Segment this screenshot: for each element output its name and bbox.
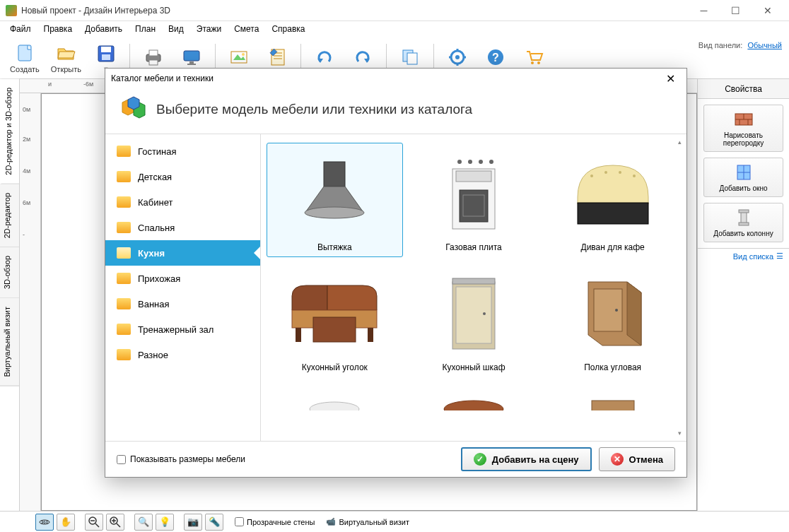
item-partial-1[interactable] bbox=[267, 383, 403, 411]
toolbar-open[interactable]: Открыть bbox=[47, 38, 86, 78]
item-thumbnail bbox=[281, 388, 387, 411]
item-kitchen-corner[interactable]: Кухонный уголок bbox=[267, 263, 403, 377]
view-panel-mode: Вид панели: Обычный bbox=[699, 41, 782, 49]
category-living-room[interactable]: Гостиная bbox=[105, 138, 260, 164]
toolbar-open-label: Открыть bbox=[51, 65, 81, 73]
item-cafe-sofa[interactable]: Диван для кафе bbox=[544, 143, 681, 257]
properties-tab[interactable]: Свойства bbox=[698, 79, 789, 99]
category-bathroom[interactable]: Ванная bbox=[105, 291, 260, 317]
transparent-walls-check[interactable]: Прозрачные стены bbox=[235, 517, 315, 526]
item-partial-2[interactable] bbox=[406, 383, 542, 411]
svg-rect-66 bbox=[313, 317, 356, 342]
camera-button[interactable]: 📷 bbox=[184, 514, 202, 531]
item-thumbnail bbox=[421, 268, 527, 360]
tab-virtual[interactable]: Виртуальный визит bbox=[0, 298, 19, 386]
item-hood[interactable]: Вытяжка bbox=[267, 143, 403, 257]
svg-point-70 bbox=[483, 312, 486, 315]
cancel-button[interactable]: ✕ Отмена bbox=[599, 447, 675, 471]
svg-rect-3 bbox=[102, 54, 110, 60]
svg-rect-7 bbox=[184, 51, 199, 61]
light-button[interactable]: 💡 bbox=[156, 514, 174, 531]
show-dimensions-check[interactable]: Показывать размеры мебели bbox=[117, 454, 245, 464]
item-partial-3[interactable] bbox=[544, 383, 681, 411]
dialog-close-button[interactable]: ✕ bbox=[660, 72, 681, 85]
svg-point-19 bbox=[455, 55, 460, 59]
folder-icon bbox=[117, 349, 131, 360]
zoom-reset-button[interactable]: 🔍 bbox=[134, 514, 153, 531]
svg-rect-38 bbox=[739, 223, 749, 225]
minimize-button[interactable]: ─ bbox=[688, 1, 720, 20]
svg-point-56 bbox=[479, 160, 483, 164]
tool-add-window[interactable]: Добавить окно bbox=[703, 158, 783, 197]
menu-floors[interactable]: Этажи bbox=[191, 23, 227, 35]
category-kitchen[interactable]: Кухня bbox=[105, 240, 260, 266]
pan-button[interactable]: ✋ bbox=[57, 514, 75, 531]
tab-2d3d[interactable]: 2D-редактор и 3D-обзор bbox=[0, 79, 19, 184]
zoom-in-button[interactable] bbox=[106, 514, 124, 531]
app-icon bbox=[6, 5, 17, 16]
svg-rect-75 bbox=[592, 401, 634, 411]
bottom-toolbar: 360 ✋ 🔍 💡 📷 🔦 Прозрачные стены 📹 Виртуал… bbox=[0, 511, 789, 532]
zoom-out-button[interactable] bbox=[85, 514, 103, 531]
tool-draw-partition[interactable]: Нарисовать перегородку bbox=[703, 105, 783, 152]
svg-line-42 bbox=[95, 524, 99, 527]
tab-2d[interactable]: 2D-редактор bbox=[0, 184, 19, 247]
menu-add[interactable]: Добавить bbox=[79, 23, 128, 35]
catalog-dialog: Каталог мебели и техники ✕ Выберите моде… bbox=[105, 68, 687, 478]
dialog-header-text: Выберите модель мебели или техники из ка… bbox=[156, 102, 472, 117]
tool-add-column[interactable]: Добавить колонну bbox=[703, 203, 783, 242]
item-thumbnail bbox=[281, 148, 387, 240]
close-button[interactable]: ✕ bbox=[752, 1, 783, 20]
folder-icon bbox=[117, 146, 131, 157]
item-thumbnail bbox=[421, 388, 527, 411]
folder-icon bbox=[117, 171, 131, 182]
item-gas-stove[interactable]: Газовая плита bbox=[406, 143, 542, 257]
virtual-visit-check[interactable]: 📹 Виртуальный визит bbox=[326, 517, 409, 526]
svg-rect-68 bbox=[452, 278, 495, 284]
item-kitchen-cabinet[interactable]: Кухонный шкаф bbox=[406, 263, 542, 377]
monitor-icon bbox=[180, 46, 203, 69]
scene-icon bbox=[228, 46, 250, 69]
open-folder-icon bbox=[54, 42, 77, 64]
category-hallway[interactable]: Прихожая bbox=[105, 266, 260, 291]
menu-help[interactable]: Справка bbox=[266, 23, 310, 35]
view-360-button[interactable]: 360 bbox=[35, 514, 54, 531]
cart-icon bbox=[522, 46, 545, 69]
svg-rect-64 bbox=[296, 328, 301, 342]
item-corner-shelf[interactable]: Полка угловая bbox=[544, 263, 681, 377]
svg-line-45 bbox=[117, 524, 120, 527]
view-panel-link[interactable]: Обычный bbox=[747, 41, 782, 49]
menu-view[interactable]: Вид bbox=[163, 23, 189, 35]
dialog-titlebar: Каталог мебели и техники ✕ bbox=[105, 69, 686, 88]
menu-plan[interactable]: План bbox=[129, 23, 161, 35]
list-view-toggle[interactable]: Вид списка ☰ bbox=[698, 248, 789, 264]
add-to-scene-button[interactable]: ✓ Добавить на сцену bbox=[461, 447, 592, 471]
check-icon: ✓ bbox=[474, 453, 486, 466]
menu-estimate[interactable]: Смета bbox=[228, 23, 264, 35]
show-dimensions-checkbox[interactable] bbox=[117, 455, 126, 464]
svg-text:360: 360 bbox=[41, 520, 49, 524]
menu-edit[interactable]: Правка bbox=[38, 23, 78, 35]
category-gym[interactable]: Тренажерный зал bbox=[105, 317, 260, 342]
new-file-icon bbox=[13, 42, 36, 64]
svg-point-60 bbox=[604, 171, 607, 174]
spotlight-button[interactable]: 🔦 bbox=[205, 514, 223, 531]
item-thumbnail bbox=[560, 388, 666, 411]
category-bedroom[interactable]: Спальня bbox=[105, 215, 260, 240]
undo-icon bbox=[313, 46, 336, 69]
category-office[interactable]: Кабинет bbox=[105, 189, 260, 215]
category-children[interactable]: Детская bbox=[105, 164, 260, 189]
redo-icon bbox=[351, 46, 374, 69]
transparent-walls-checkbox[interactable] bbox=[235, 517, 244, 526]
menu-file[interactable]: Файл bbox=[4, 23, 37, 35]
maximize-button[interactable]: ☐ bbox=[720, 1, 752, 20]
list-icon: ☰ bbox=[776, 252, 783, 261]
dialog-title: Каталог мебели и техники bbox=[111, 73, 214, 83]
tab-3d[interactable]: 3D-обзор bbox=[0, 247, 19, 298]
grid-scrollbar[interactable] bbox=[678, 138, 685, 437]
svg-rect-6 bbox=[149, 60, 158, 65]
svg-text:?: ? bbox=[492, 52, 499, 64]
toolbar-create[interactable]: Создать bbox=[6, 38, 44, 78]
category-misc[interactable]: Разное bbox=[105, 342, 260, 367]
svg-point-62 bbox=[633, 175, 636, 177]
